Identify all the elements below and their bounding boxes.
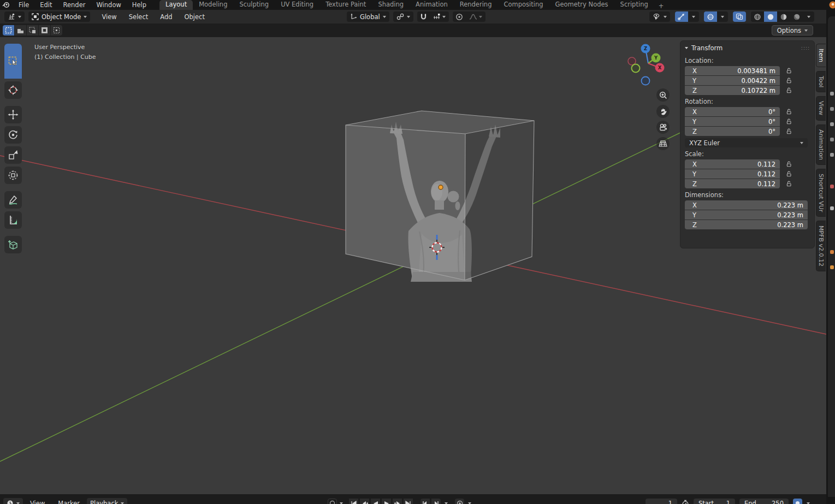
next-keyframe-button[interactable] (393, 499, 402, 504)
show-gizmo-toggle[interactable] (675, 11, 688, 22)
tool-move[interactable] (4, 106, 22, 123)
snap-toggle[interactable] (417, 11, 430, 22)
timeline-menu-playback[interactable]: Playback (87, 498, 127, 504)
scale-x-field[interactable]: X0.112 (685, 159, 780, 169)
select-set-button[interactable] (3, 25, 14, 35)
scale-y-lock[interactable] (780, 171, 798, 177)
select-intersect-button[interactable] (51, 25, 62, 35)
previous-keyframe-button[interactable] (360, 499, 369, 504)
tool-cursor[interactable] (4, 81, 22, 99)
play-reverse-button[interactable] (371, 499, 380, 504)
workspace-tab-sculpting[interactable]: Sculpting (233, 0, 275, 10)
sidebar-tab-animation[interactable]: Animation (816, 124, 826, 165)
tool-annotate[interactable] (4, 191, 22, 209)
menu-window[interactable]: Window (91, 0, 126, 10)
xray-toggle[interactable] (733, 11, 746, 22)
toggle-orthographic-button[interactable] (656, 137, 670, 150)
rotation-z-field[interactable]: Z0° (685, 127, 780, 136)
select-subtract-button[interactable] (27, 25, 38, 35)
properties-tab-icon[interactable] (830, 92, 834, 96)
proportional-editing-toggle[interactable] (453, 11, 466, 22)
frame-forward-button[interactable] (431, 499, 441, 504)
proportional-falloff-dropdown[interactable] (466, 11, 485, 22)
rotation-x-lock[interactable] (780, 109, 798, 115)
object-origin-point[interactable] (439, 185, 443, 189)
timeline-menu-view[interactable]: View (24, 500, 51, 504)
zoom-view-button[interactable] (656, 88, 670, 102)
workspace-tab-shading[interactable]: Shading (372, 0, 410, 10)
location-y-field[interactable]: Y0.00422 m (685, 76, 780, 85)
sidebar-tab-shortcut-vur[interactable]: Shortcut VUr (816, 169, 826, 217)
properties-tab-icon[interactable] (830, 185, 834, 188)
panel-drag-handle[interactable]: :::: (801, 45, 810, 51)
show-object-types-dropdown[interactable] (649, 11, 670, 22)
select-extend-button[interactable] (15, 25, 26, 35)
rotation-y-field[interactable]: Y0° (685, 117, 780, 126)
menu-add[interactable]: Add (154, 13, 178, 21)
chevron-down-icon[interactable] (807, 502, 810, 504)
viewport-3d[interactable]: User Perspective (1) Collection | Cube Z… (0, 37, 826, 494)
scale-z-field[interactable]: Z0.112 (685, 179, 780, 188)
workspace-tab-scripting[interactable]: Scripting (614, 0, 654, 10)
chevron-down-icon[interactable] (445, 502, 448, 504)
shading-solid-button[interactable] (764, 11, 777, 22)
gizmo-settings-dropdown[interactable] (688, 11, 699, 22)
location-y-lock[interactable] (780, 78, 798, 84)
scale-y-field[interactable]: Y0.112 (685, 169, 780, 179)
workspace-tab-texture-paint[interactable]: Texture Paint (319, 0, 372, 10)
location-z-field[interactable]: Z0.10722 m (685, 86, 780, 95)
navigation-gizmo[interactable]: Z Y X (624, 41, 678, 92)
workspace-tab-modeling[interactable]: Modeling (193, 0, 233, 10)
sidebar-tab-item[interactable]: Item (816, 44, 826, 67)
timeline-menu-marker[interactable]: Marker (52, 500, 86, 504)
timeline-editor-type-button[interactable] (3, 498, 23, 504)
tool-scale[interactable] (4, 146, 22, 164)
dimensions-z-field[interactable]: Z0.223 m (685, 220, 808, 229)
frame-end-field[interactable]: End250 (739, 499, 789, 504)
sidebar-tab-tool[interactable]: Tool (816, 71, 826, 92)
frame-back-button[interactable] (421, 499, 430, 504)
shading-material-button[interactable] (777, 11, 790, 22)
snap-settings-dropdown[interactable] (430, 11, 449, 22)
properties-tab-icon[interactable] (830, 250, 834, 254)
rotation-mode-dropdown[interactable]: XYZ Euler (685, 138, 808, 147)
menu-select[interactable]: Select (123, 13, 154, 21)
sidebar-tab-mpfb[interactable]: MPFB v2.0.12 (816, 221, 826, 271)
workspace-tab-animation[interactable]: Animation (410, 0, 454, 10)
transform-orientation-dropdown[interactable]: Global (347, 11, 389, 22)
current-frame-field[interactable]: 1 (646, 499, 677, 504)
frame-start-field[interactable]: Start1 (694, 499, 735, 504)
pivot-point-dropdown[interactable] (393, 11, 413, 22)
gizmo-negative-y[interactable] (632, 64, 640, 73)
location-x-lock[interactable] (780, 68, 798, 74)
scale-z-lock[interactable] (780, 181, 798, 187)
workspace-tab-compositing[interactable]: Compositing (498, 0, 549, 10)
menu-edit[interactable]: Edit (34, 0, 57, 10)
dimensions-y-field[interactable]: Y0.223 m (685, 210, 808, 220)
location-x-field[interactable]: X0.003481 m (685, 66, 780, 75)
properties-tab-icon[interactable] (830, 265, 834, 269)
gizmo-negative-z[interactable] (642, 77, 650, 85)
properties-tab-icon[interactable] (830, 206, 834, 210)
rotation-z-lock[interactable] (780, 128, 798, 134)
play-button[interactable] (382, 499, 391, 504)
mode-selector[interactable]: Object Mode (28, 11, 90, 22)
rotation-y-lock[interactable] (780, 118, 798, 124)
jump-to-start-button[interactable] (349, 499, 358, 504)
tool-measure[interactable] (4, 211, 22, 229)
sidebar-tab-view[interactable]: View (816, 96, 826, 120)
auto-keying-toggle[interactable] (328, 499, 337, 504)
rotation-x-field[interactable]: X0° (685, 107, 780, 116)
chevron-down-icon[interactable] (340, 502, 343, 504)
options-dropdown[interactable]: Options (772, 25, 813, 35)
show-overlays-toggle[interactable] (704, 11, 717, 22)
properties-tab-icon[interactable] (830, 122, 834, 126)
chevron-down-icon[interactable] (468, 502, 471, 504)
camera-view-button[interactable] (656, 121, 670, 134)
panel-collapse-chevron[interactable] (685, 47, 688, 49)
menu-help[interactable]: Help (127, 0, 152, 10)
scale-x-lock[interactable] (780, 161, 798, 167)
menu-render[interactable]: Render (58, 0, 91, 10)
select-invert-button[interactable] (39, 25, 50, 35)
shading-rendered-button[interactable] (790, 11, 803, 22)
